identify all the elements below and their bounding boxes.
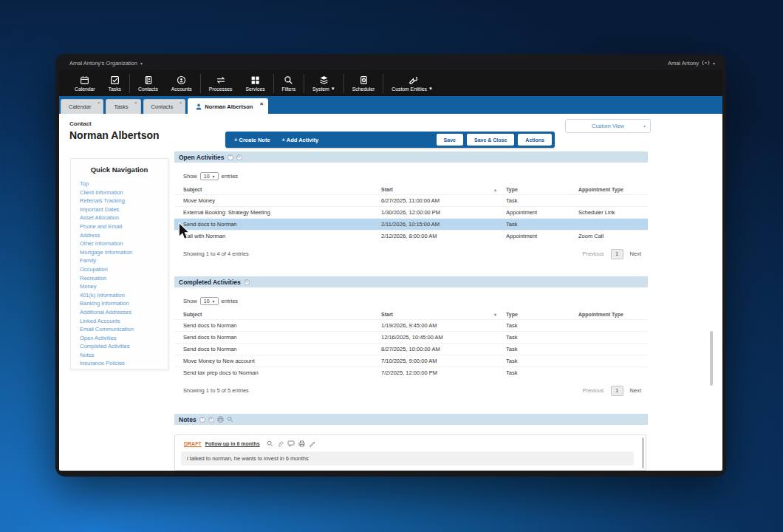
toolbar-services[interactable]: Services xyxy=(239,75,272,92)
table-row[interactable]: Send docs to Norman 1/19/2026, 9:45:00 A… xyxy=(174,320,648,332)
quick-nav-link[interactable]: Other Information xyxy=(80,239,168,248)
toolbar-custom-entities[interactable]: Custom Entities ▼ xyxy=(385,75,440,92)
close-icon[interactable]: × xyxy=(260,100,264,107)
search-icon[interactable] xyxy=(267,440,273,447)
next-page-button[interactable]: Next xyxy=(630,250,641,257)
quick-nav-link[interactable]: Top xyxy=(80,180,168,188)
current-page-button[interactable]: 1 xyxy=(611,249,623,259)
tab-norman-albertson[interactable]: Norman Albertson × xyxy=(188,98,268,114)
table-row[interactable]: Send docs to Norman 12/16/2025, 10:45:00… xyxy=(174,332,648,344)
quick-nav-link[interactable]: Banking Information xyxy=(80,299,168,308)
toolbar-tasks[interactable]: Tasks xyxy=(102,75,128,92)
page-scrollbar[interactable] xyxy=(710,331,713,386)
toolbar-scheduler[interactable]: Scheduler xyxy=(346,75,382,92)
table-header-row: Subject Start ▴Type Appointment Type xyxy=(174,185,648,195)
close-icon[interactable]: × xyxy=(98,100,100,105)
quick-nav-link[interactable]: Insurance Policies xyxy=(80,359,168,368)
quick-nav-link[interactable]: Additional Addresses xyxy=(80,308,168,317)
quick-nav-link[interactable]: Referrals Tracking xyxy=(80,197,168,205)
quick-nav-link[interactable]: Open Activities xyxy=(80,334,168,343)
column-type[interactable]: ▾Type xyxy=(506,310,578,320)
quick-nav-link[interactable]: Completed Activities xyxy=(80,342,168,351)
quick-nav-link[interactable]: Money xyxy=(80,282,168,291)
chevron-down-icon: ▼ xyxy=(428,86,433,91)
toolbar-divider xyxy=(129,74,130,93)
note-title-link[interactable]: Follow up in 6 months xyxy=(205,441,260,446)
page-size-select[interactable]: 10 ▾ xyxy=(200,172,219,180)
quick-nav-link[interactable]: Address xyxy=(80,231,168,240)
column-subject[interactable]: Subject xyxy=(174,185,381,195)
toolbar-filters[interactable]: Filters xyxy=(276,75,303,92)
quick-nav-link[interactable]: Notes xyxy=(80,351,168,360)
refresh-icon[interactable]: ⟳ xyxy=(244,279,250,285)
quick-nav-link[interactable]: Email Communication xyxy=(80,325,168,334)
processes-icon xyxy=(216,75,226,85)
user-menu[interactable]: Amal Antony ▾ xyxy=(668,60,715,66)
close-icon[interactable]: × xyxy=(134,100,137,105)
system-icon xyxy=(319,75,329,85)
save-close-button[interactable]: Save & Close xyxy=(467,134,514,146)
paperclip-icon[interactable] xyxy=(277,440,284,447)
print-icon[interactable] xyxy=(217,416,224,423)
record-type-label: Contact xyxy=(69,120,160,127)
entries-summary: Showing 1 to 4 of 4 entries xyxy=(183,250,249,257)
quick-nav-link[interactable]: Linked Accounts xyxy=(80,317,168,326)
quick-nav-link[interactable]: Asset Allocation xyxy=(80,214,168,222)
toolbar-accounts[interactable]: Accounts xyxy=(165,75,199,92)
tab-tasks[interactable]: Tasks × xyxy=(106,99,140,114)
entries-summary: Showing 1 to 5 of 5 entries xyxy=(183,387,249,394)
table-row[interactable]: External Booking: Strategy Meeting 1/30/… xyxy=(174,207,648,219)
search-icon[interactable] xyxy=(227,416,233,423)
next-page-button[interactable]: Next xyxy=(630,387,641,394)
actions-button[interactable]: Actions xyxy=(518,134,552,146)
org-switcher[interactable]: Amal Antony's Organization ▾ xyxy=(69,60,143,66)
column-start[interactable]: Start xyxy=(381,185,506,195)
current-page-button[interactable]: 1 xyxy=(611,386,623,396)
tab-contacts[interactable]: Contacts × xyxy=(143,99,186,114)
edit-pencil-icon[interactable] xyxy=(309,440,315,447)
quick-nav-link[interactable]: Recreation xyxy=(80,274,168,283)
quick-nav-link[interactable]: Family xyxy=(80,256,168,265)
pagination: Previous 1 Next xyxy=(582,386,641,396)
column-appointment-type[interactable]: Appointment Type xyxy=(578,310,648,320)
table-row[interactable]: Call with Norman 2/12/2026, 8:00:00 AM A… xyxy=(174,231,648,242)
quick-nav-link[interactable]: Client Information xyxy=(80,188,168,197)
page-size-select[interactable]: 10 ▾ xyxy=(200,297,219,305)
quick-nav-link[interactable]: Occupation xyxy=(80,265,168,274)
custom-view-dropdown[interactable]: Custom View ▾ xyxy=(565,119,651,133)
window-titlebar: Amal Antony's Organization ▾ Amal Antony… xyxy=(59,54,722,70)
help-icon[interactable]: ? xyxy=(199,417,205,423)
help-icon[interactable]: ? xyxy=(228,154,233,160)
save-button[interactable]: Save xyxy=(437,134,463,146)
table-row[interactable]: Send docs to Norman 2/11/2026, 10:15:00 … xyxy=(174,219,648,231)
column-type[interactable]: ▴Type xyxy=(506,185,578,195)
toolbar-processes[interactable]: Processes xyxy=(202,75,239,92)
column-appointment-type[interactable]: Appointment Type xyxy=(578,185,648,195)
table-row[interactable]: Send docs to Norman 8/27/2025, 10:00:00 … xyxy=(174,344,648,355)
table-row[interactable]: Move Money 6/27/2025, 11:00:00 AM Task xyxy=(174,195,648,207)
tab-calendar[interactable]: Calendar × xyxy=(61,99,103,114)
toolbar-system[interactable]: System ▼ xyxy=(306,75,342,92)
refresh-icon[interactable]: ⟳ xyxy=(208,417,214,423)
toolbar-calendar[interactable]: Calendar xyxy=(68,75,102,92)
quick-nav-link[interactable]: 401(k) Information xyxy=(80,291,168,300)
column-subject[interactable]: Subject xyxy=(174,310,381,320)
column-start[interactable]: Start xyxy=(381,310,506,320)
refresh-icon[interactable]: ⟳ xyxy=(236,154,242,160)
notes-scrollbar[interactable] xyxy=(642,437,644,468)
comment-icon[interactable] xyxy=(287,440,295,447)
close-icon[interactable]: × xyxy=(179,100,182,105)
table-row[interactable]: Move Money to New account 7/10/2025, 9:0… xyxy=(174,355,648,367)
table-row[interactable]: Send tax prep docs to Norman 7/2/2025, 1… xyxy=(174,367,648,379)
add-activity-button[interactable]: + Add Activity xyxy=(282,137,319,143)
quick-nav-link[interactable]: Important Dates xyxy=(80,205,168,214)
toolbar-divider xyxy=(383,74,383,93)
calendar-icon xyxy=(80,75,89,85)
previous-page-button[interactable]: Previous xyxy=(582,250,604,257)
create-note-button[interactable]: + Create Note xyxy=(234,137,270,143)
quick-nav-link[interactable]: Mortgage Information xyxy=(80,248,168,257)
toolbar-contacts[interactable]: Contacts xyxy=(131,75,165,92)
previous-page-button[interactable]: Previous xyxy=(582,387,604,394)
quick-nav-link[interactable]: Phone and Email xyxy=(80,222,168,231)
print-icon[interactable] xyxy=(298,440,305,447)
